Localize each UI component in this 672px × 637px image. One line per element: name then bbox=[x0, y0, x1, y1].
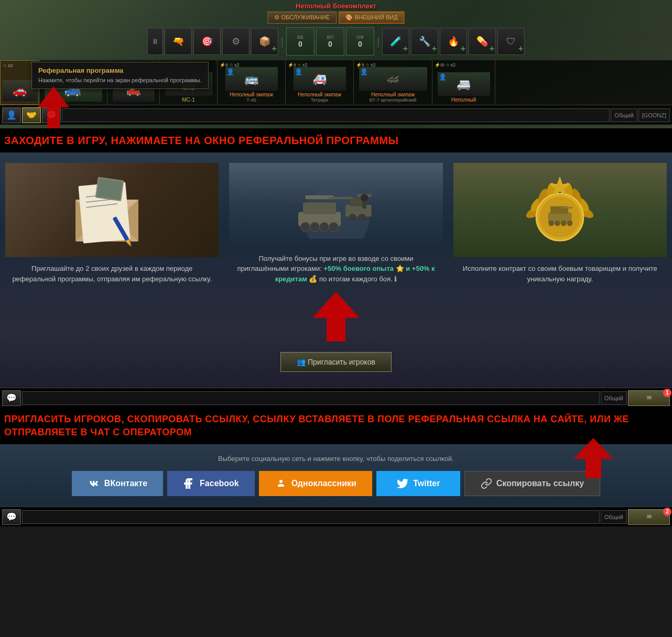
nav-btn-handshake[interactable]: 🤝 bbox=[22, 107, 41, 123]
svg-rect-14 bbox=[345, 205, 372, 217]
consumable3-icon: 🔥 bbox=[448, 36, 459, 47]
svg-point-27 bbox=[361, 194, 368, 202]
chat-icon-middle[interactable]: 💬 bbox=[2, 390, 21, 406]
chat-input-bottom[interactable] bbox=[22, 510, 600, 524]
equip-plus3: + bbox=[432, 44, 437, 53]
consumable5-icon: 🛡 bbox=[506, 36, 516, 47]
equip-plus1: + bbox=[272, 44, 276, 53]
facebook-icon bbox=[183, 477, 196, 490]
svg-point-17 bbox=[349, 214, 356, 221]
equipment-misc1[interactable]: 📦 + bbox=[251, 28, 278, 55]
chat-channel-middle: Общий bbox=[601, 391, 627, 405]
svg-point-49 bbox=[279, 480, 283, 483]
send-badge-bottom: 2 bbox=[663, 508, 671, 516]
bottom-nav: 👤 🤝 💬 Общий [GOONZ] bbox=[0, 105, 672, 125]
pause-btn[interactable]: ⏸ bbox=[147, 28, 163, 55]
features-row: Приглашайте до 2 своих друзей в каждом п… bbox=[0, 152, 672, 289]
feature-text-3: Исполните контракт со своим боевым товар… bbox=[453, 263, 667, 284]
tank-slot-4[interactable]: ⚡II ☆x2 🚌 👤 Неполный экипаж Т-45 bbox=[218, 60, 286, 105]
red-arrow-section bbox=[0, 289, 672, 347]
consumable4-icon: 💊 bbox=[476, 36, 488, 47]
nav-btn-profile[interactable]: 👤 bbox=[2, 107, 21, 123]
consumable-1[interactable]: 🧪 + bbox=[382, 28, 409, 55]
title-bar: Неполный боекомплект bbox=[296, 2, 376, 10]
ammo-bp[interactable]: БП 0 bbox=[316, 27, 344, 56]
tank-slot-5[interactable]: ⚡II ☆x2 🚑 👤 Неполный экипаж Тетрарх bbox=[286, 60, 354, 105]
svg-point-18 bbox=[358, 214, 365, 221]
vk-label: ВКонтакте bbox=[104, 479, 147, 488]
tank-img-4: 🚌 bbox=[244, 72, 258, 86]
consumable-4[interactable]: 💊 + bbox=[469, 28, 496, 55]
invite-section: 👥 Пригласить игроков bbox=[0, 342, 672, 388]
ammo-bb[interactable]: ББ 0 bbox=[286, 27, 315, 56]
tank-tier-0: ☆x2 bbox=[3, 63, 13, 68]
equipment-gun[interactable]: 🔫 bbox=[165, 28, 192, 55]
twitter-label: Twitter bbox=[413, 479, 440, 488]
send-btn-middle[interactable]: ✉ 1 bbox=[628, 390, 670, 406]
fb-label: Facebook bbox=[200, 479, 239, 488]
consumable-3[interactable]: 🔥 + bbox=[440, 28, 467, 55]
chat-icon-bottom[interactable]: 💬 bbox=[2, 509, 21, 525]
feature-image-1 bbox=[5, 163, 219, 257]
twitter-icon bbox=[396, 477, 409, 490]
send-btn-bottom[interactable]: ✉ 2 bbox=[628, 509, 670, 525]
letters-svg bbox=[70, 168, 154, 252]
chat-input[interactable] bbox=[62, 108, 610, 122]
red-arrow-2 bbox=[567, 435, 620, 486]
feature-image-2 bbox=[229, 163, 442, 247]
svg-rect-28 bbox=[362, 202, 366, 209]
ammo-of[interactable]: ОФ 0 bbox=[346, 27, 374, 56]
consumable-2[interactable]: 🔧 + bbox=[411, 28, 438, 55]
send-wrapper-middle: ✉ 1 bbox=[628, 390, 670, 406]
tank-svg bbox=[289, 171, 383, 239]
equip-plus6: + bbox=[518, 44, 523, 53]
crew-icon-5: 👤 bbox=[295, 68, 302, 75]
tooltip-desc: Нажмите, чтобы перейти на экран рефераль… bbox=[38, 76, 202, 84]
equipment-turret[interactable]: 🎯 bbox=[193, 28, 221, 55]
chat-channel-bottom: Общий bbox=[601, 510, 627, 524]
separator1: | bbox=[280, 36, 285, 48]
svg-point-42 bbox=[549, 221, 555, 226]
tank-img-7: 🚐 bbox=[457, 78, 471, 91]
turret-icon: 🎯 bbox=[201, 36, 213, 47]
tank-img-6: 🏎 bbox=[387, 72, 399, 86]
share-title: Выберите социальную сеть и нажмите кнопк… bbox=[218, 455, 454, 463]
equipment-engine[interactable]: ⚙ bbox=[222, 28, 250, 55]
tank-name-3: МС-1 bbox=[182, 97, 194, 103]
appearance-button[interactable]: 🎨 ВНЕШНИЙ ВИД bbox=[339, 12, 404, 24]
share-buttons-row: ВКонтакте Facebook Одноклассники Twitter bbox=[72, 471, 600, 496]
share-fb-button[interactable]: Facebook bbox=[167, 471, 255, 496]
misc1-icon: 📦 bbox=[259, 36, 270, 47]
svg-rect-12 bbox=[96, 178, 123, 200]
title-text: Неполный боекомплект bbox=[296, 2, 376, 10]
svg-rect-20 bbox=[303, 203, 336, 215]
crew-icon-4: 👤 bbox=[226, 68, 234, 75]
copy-link-icon bbox=[481, 478, 492, 489]
tank-name-7: Неполный bbox=[451, 97, 476, 103]
tank-slot-7[interactable]: ⚡III ☆x2 🚐 👤 Неполный bbox=[432, 60, 495, 105]
share-vk-button[interactable]: ВКонтакте bbox=[72, 471, 163, 496]
equip-plus4: + bbox=[461, 44, 465, 53]
equip-plus5: + bbox=[490, 44, 494, 53]
share-ok-button[interactable]: Одноклассники bbox=[259, 471, 372, 496]
bottom-chat-bar: 💬 Общий ✉ 2 bbox=[0, 507, 672, 526]
consumable-5[interactable]: 🛡 + bbox=[497, 28, 525, 55]
tooltip-title: Реферальная программа bbox=[38, 67, 202, 74]
chat-channel: Общий bbox=[611, 108, 637, 122]
separator2: | bbox=[376, 36, 381, 48]
feature-text-1: Приглашайте до 2 своих друзей в каждом п… bbox=[5, 263, 219, 284]
engine-icon: ⚙ bbox=[232, 36, 240, 47]
tank-img-5: 🚑 bbox=[312, 72, 327, 86]
tank-subname-4: Т-45 bbox=[246, 97, 256, 103]
svg-point-44 bbox=[561, 221, 567, 226]
tank-slot-6[interactable]: ⚡II ☆x2 🏎 👤 Неполный экипаж БТ-7 артилле… bbox=[354, 60, 432, 105]
invite-button[interactable]: 👥 Пригласить игроков bbox=[280, 352, 392, 372]
big-red-arrow-svg bbox=[305, 289, 367, 347]
nav-btn-chat[interactable]: 💬 bbox=[42, 107, 61, 123]
svg-point-24 bbox=[310, 223, 319, 232]
share-twitter-button[interactable]: Twitter bbox=[376, 471, 460, 496]
svg-marker-47 bbox=[312, 292, 360, 342]
crew-icon-6: 👤 bbox=[360, 68, 368, 75]
chat-input-middle[interactable] bbox=[22, 391, 600, 405]
service-button[interactable]: ⚙ ОБСЛУЖИВАНИЕ bbox=[267, 12, 337, 24]
